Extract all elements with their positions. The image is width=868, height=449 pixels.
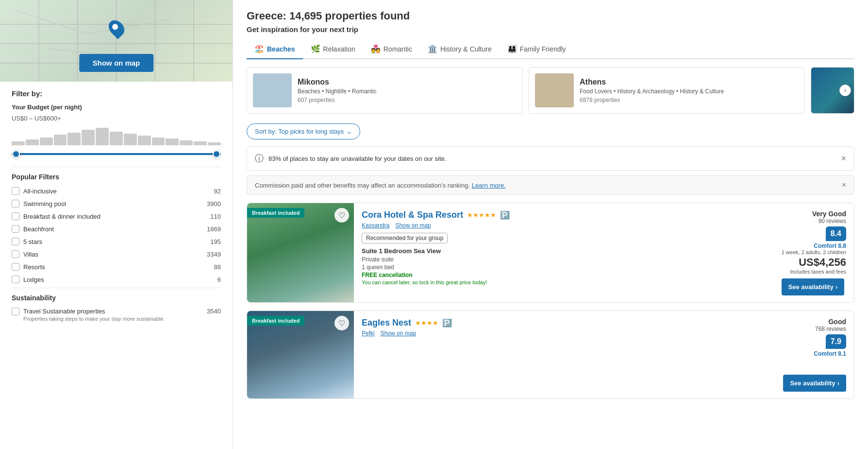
section-divider bbox=[12, 288, 221, 288]
filter-section: Filter by: Your Budget (per night) US$0 … bbox=[0, 82, 233, 331]
sustainability-title: Sustainability bbox=[12, 294, 221, 302]
filter-count-5: 3349 bbox=[207, 251, 221, 258]
next-destination-arrow[interactable]: › bbox=[839, 85, 851, 96]
sustainability-filter-item: Travel Sustainable properties 3540 Prope… bbox=[12, 306, 221, 324]
slider-thumb-right[interactable] bbox=[213, 150, 220, 158]
chart-bar bbox=[96, 128, 109, 145]
tab-beaches[interactable]: 🏖️ Beaches bbox=[247, 39, 303, 59]
rating-count-eagles: 768 reviews bbox=[814, 326, 846, 332]
sidebar: Show on map Filter by: Your Budget (per … bbox=[0, 0, 233, 449]
tab-romantic[interactable]: 💑 Romantic bbox=[363, 39, 420, 59]
filter-checkbox-2[interactable] bbox=[12, 212, 19, 220]
filter-count-2: 110 bbox=[210, 213, 221, 220]
filter-count-4: 195 bbox=[210, 238, 221, 245]
filter-item-left: All-inclusive bbox=[12, 187, 57, 195]
popular-filters-title: Popular Filters bbox=[12, 173, 221, 181]
mikonos-info: Mikonos Beaches • Nightlife • Romantic 6… bbox=[298, 78, 517, 104]
filter-item-left: Breakfast & dinner included bbox=[12, 212, 100, 220]
hotel-icons-cora: 🅿️ bbox=[500, 210, 510, 220]
filter-checkbox-6[interactable] bbox=[12, 263, 19, 271]
filter-name-3: Beachfront bbox=[23, 225, 54, 233]
chart-bar bbox=[208, 142, 221, 145]
slider-thumb-left[interactable] bbox=[12, 150, 20, 158]
cancel-note-cora: You can cancel later, so lock in this gr… bbox=[362, 279, 749, 285]
hotel-name-cora[interactable]: Cora Hotel & Spa Resort bbox=[362, 210, 463, 220]
family-icon: 👨‍👩‍👧 bbox=[507, 44, 517, 53]
filter-item-left: Beachfront bbox=[12, 225, 54, 233]
filter-name-0: All-inclusive bbox=[23, 188, 57, 195]
hotel-name-row-eagles: Eagles Nest ★★★★ 🅿️ bbox=[362, 318, 749, 328]
hotel-info-eagles: Eagles Nest ★★★★ 🅿️ Pefki Show on map bbox=[354, 311, 757, 398]
filter-by-label: Filter by: bbox=[12, 89, 221, 98]
relaxation-icon: 🌿 bbox=[311, 44, 320, 53]
alert-close-button[interactable]: × bbox=[841, 154, 846, 164]
hotel-show-map-eagles[interactable]: Show on map bbox=[381, 330, 416, 337]
hotel-favorite-button-cora[interactable]: ♡ bbox=[334, 208, 349, 223]
destination-card-partial[interactable]: › bbox=[811, 67, 854, 114]
sort-label: Sort by: Top picks for long stays bbox=[255, 128, 344, 135]
show-on-map-button[interactable]: Show on map bbox=[79, 54, 154, 72]
tab-family-friendly[interactable]: 👨‍👩‍👧 Family Friendly bbox=[500, 39, 574, 59]
sort-button[interactable]: Sort by: Top picks for long stays ⌄ bbox=[247, 123, 360, 139]
destination-card-mikonos[interactable]: Mikonos Beaches • Nightlife • Romantic 6… bbox=[247, 67, 523, 114]
comfort-score-eagles: Comfort 8.1 bbox=[814, 350, 846, 357]
mikonos-count: 607 properties bbox=[298, 97, 517, 104]
filter-item: Swimming pool 3900 bbox=[12, 197, 221, 210]
filter-checkbox-7[interactable] bbox=[12, 276, 19, 283]
mikonos-image bbox=[253, 73, 292, 107]
rating-count-cora: 90 reviews bbox=[812, 218, 846, 224]
commission-learn-more-link[interactable]: Learn more. bbox=[472, 182, 506, 189]
filter-item: Resorts 88 bbox=[12, 260, 221, 273]
filter-item-left: Villas bbox=[12, 250, 38, 258]
hotel-recommended-tag-cora: Recommended for your group bbox=[362, 233, 448, 243]
see-availability-button-eagles[interactable]: See availability › bbox=[783, 375, 846, 392]
hotel-image-wrap-eagles: Breakfast included ♡ bbox=[247, 311, 354, 398]
sustainability-checkbox[interactable] bbox=[12, 308, 19, 315]
filter-checkbox-0[interactable] bbox=[12, 187, 19, 195]
hotel-price-col-eagles: Good 768 reviews 7.9 Comfort 8.1 See ava… bbox=[757, 311, 854, 398]
hotel-show-map-cora[interactable]: Show on map bbox=[395, 222, 431, 229]
hotel-icons-eagles: 🅿️ bbox=[442, 318, 452, 328]
beaches-icon: 🏖️ bbox=[254, 44, 264, 53]
hotel-stars-eagles: ★★★★ bbox=[415, 319, 438, 327]
tab-romantic-label: Romantic bbox=[384, 45, 412, 53]
destination-card-athens[interactable]: Athens Food Lovers • History & Archaeolo… bbox=[529, 67, 805, 114]
hotel-favorite-button-eagles[interactable]: ♡ bbox=[334, 316, 349, 330]
tab-relaxation[interactable]: 🌿 Relaxation bbox=[303, 39, 363, 59]
filter-checkbox-3[interactable] bbox=[12, 225, 19, 233]
athens-image bbox=[535, 73, 574, 107]
filter-checkbox-5[interactable] bbox=[12, 250, 19, 258]
filter-name-5: Villas bbox=[23, 251, 38, 258]
room-detail2-cora: 1 queen bed bbox=[362, 264, 749, 271]
tab-beaches-label: Beaches bbox=[267, 45, 295, 53]
hotel-location-row-eagles: Pefki Show on map bbox=[362, 330, 749, 337]
filter-checkbox-4[interactable] bbox=[12, 238, 19, 245]
budget-range-slider[interactable] bbox=[12, 149, 221, 159]
price-section-cora: 1 week, 2 adults, 2 children US$4,256 In… bbox=[782, 249, 846, 295]
hotel-card-cora: Breakfast included ♡ Cora Hotel & Spa Re… bbox=[247, 203, 854, 303]
see-availability-button-cora[interactable]: See availability › bbox=[782, 278, 845, 295]
hotel-image-wrap-cora: Breakfast included ♡ bbox=[247, 203, 354, 302]
tab-history-culture[interactable]: 🏛️ History & Culture bbox=[420, 39, 500, 59]
chart-bar bbox=[166, 138, 179, 145]
commission-close-button[interactable]: × bbox=[842, 181, 846, 190]
filter-item: Beachfront 1869 bbox=[12, 223, 221, 235]
hotel-location-cora[interactable]: Kassandra bbox=[362, 222, 389, 229]
hotel-info-cora: Cora Hotel & Spa Resort ★★★★★ 🅿️ Kassand… bbox=[354, 203, 757, 302]
sustainability-item-sub: Properties taking steps to make your sta… bbox=[23, 316, 221, 322]
filter-checkbox-1[interactable] bbox=[12, 200, 19, 207]
filter-name-7: Lodges bbox=[23, 276, 44, 283]
filter-item-left: Resorts bbox=[12, 263, 45, 271]
slider-fill bbox=[12, 153, 221, 155]
filter-name-1: Swimming pool bbox=[23, 200, 66, 207]
filter-count-6: 88 bbox=[214, 263, 221, 271]
section-divider bbox=[12, 167, 221, 167]
filter-item-left: Lodges bbox=[12, 276, 44, 283]
athens-name: Athens bbox=[580, 78, 799, 86]
rating-badge-eagles: 7.9 bbox=[826, 334, 846, 349]
map-pin bbox=[110, 19, 123, 38]
room-name-cora: Suite 1 Bedroom Sea View bbox=[362, 247, 749, 255]
free-cancel-cora: FREE cancellation bbox=[362, 272, 749, 278]
hotel-name-eagles[interactable]: Eagles Nest bbox=[362, 318, 411, 328]
hotel-location-eagles[interactable]: Pefki bbox=[362, 330, 375, 337]
